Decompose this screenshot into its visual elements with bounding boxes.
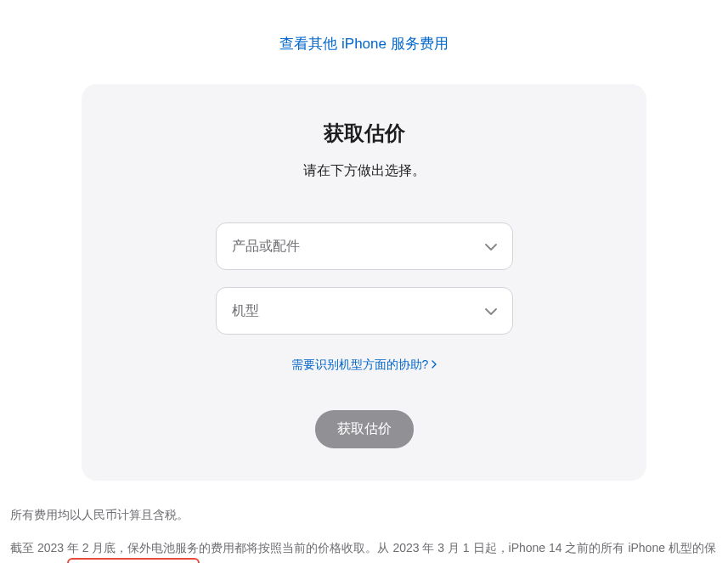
chevron-down-icon bbox=[485, 304, 497, 318]
select-model-wrap: 机型 bbox=[216, 287, 513, 335]
estimate-card: 获取估价 请在下方做出选择。 产品或配件 机型 需要识别机型方面的协助? bbox=[82, 84, 646, 481]
card-title: 获取估价 bbox=[324, 120, 405, 147]
select-product-placeholder: 产品或配件 bbox=[232, 238, 300, 256]
get-estimate-button[interactable]: 获取估价 bbox=[315, 410, 414, 448]
card-subtitle: 请在下方做出选择。 bbox=[303, 162, 426, 180]
select-product[interactable]: 产品或配件 bbox=[216, 222, 513, 270]
note-price-change: 截至 2023 年 2 月底，保外电池服务的费用都将按照当前的价格收取。从 20… bbox=[10, 538, 718, 564]
identify-model-help-text: 需要识别机型方面的协助? bbox=[291, 358, 429, 373]
other-services-link-wrap: 查看其他 iPhone 服务费用 bbox=[8, 34, 720, 53]
chevron-right-icon bbox=[432, 360, 437, 370]
note-price-highlight: 费用将增加 RMB 169。 bbox=[67, 558, 200, 563]
note-tax: 所有费用均以人民币计算且含税。 bbox=[10, 504, 718, 526]
chevron-down-icon bbox=[485, 239, 497, 253]
identify-model-help-wrap: 需要识别机型方面的协助? bbox=[291, 357, 437, 373]
identify-model-help-link[interactable]: 需要识别机型方面的协助? bbox=[291, 358, 437, 373]
other-services-link[interactable]: 查看其他 iPhone 服务费用 bbox=[279, 36, 448, 52]
select-product-wrap: 产品或配件 bbox=[216, 222, 513, 270]
footer-notes: 所有费用均以人民币计算且含税。 截至 2023 年 2 月底，保外电池服务的费用… bbox=[8, 504, 720, 563]
select-model-placeholder: 机型 bbox=[232, 302, 259, 320]
select-model[interactable]: 机型 bbox=[216, 287, 513, 335]
